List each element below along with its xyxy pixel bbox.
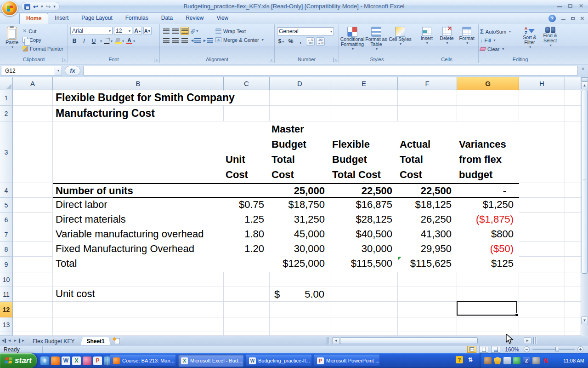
cell-A12[interactable] bbox=[13, 302, 53, 317]
conditional-formatting-button[interactable]: Conditional Formatting▾ bbox=[340, 25, 364, 56]
cell-C10[interactable] bbox=[224, 272, 270, 287]
zoom-slider[interactable] bbox=[532, 349, 575, 350]
cell-B8[interactable]: Fixed Manufacturing Overhead bbox=[53, 242, 224, 257]
internet-explorer-icon[interactable]: e bbox=[40, 356, 49, 365]
tab-split-handle[interactable] bbox=[327, 337, 330, 345]
increase-indent-button[interactable]: ► bbox=[202, 36, 214, 45]
clipboard-dialog-launcher[interactable]: ↘ bbox=[62, 58, 67, 62]
cell-A4[interactable] bbox=[13, 183, 53, 198]
column-header-G[interactable]: G bbox=[457, 77, 519, 90]
cell-A13[interactable] bbox=[13, 317, 53, 332]
alignment-dialog-launcher[interactable]: ↘ bbox=[269, 58, 273, 62]
cell-E9[interactable]: $115,500 bbox=[330, 257, 398, 272]
cell-A11[interactable] bbox=[13, 287, 53, 302]
row-header-11[interactable]: 11 bbox=[0, 287, 13, 302]
taskbar-window-course[interactable]: Course: BA 213: Man... bbox=[110, 355, 175, 367]
borders-button[interactable]: ▾ bbox=[103, 37, 113, 45]
column-header-F[interactable]: F bbox=[398, 77, 457, 90]
cell-B10[interactable] bbox=[53, 272, 224, 287]
cut-button[interactable]: ✕ Cut bbox=[23, 27, 66, 35]
cell-F8[interactable]: 29,950 bbox=[398, 242, 457, 257]
minimize-button[interactable] bbox=[557, 3, 562, 9]
excel-icon[interactable]: X bbox=[72, 356, 81, 365]
cell-A1[interactable] bbox=[13, 90, 53, 106]
cell-F3[interactable]: ActualTotalCost bbox=[398, 121, 457, 183]
formula-input[interactable] bbox=[83, 66, 578, 75]
vertical-split-handle[interactable] bbox=[581, 77, 588, 81]
cell-B13[interactable] bbox=[53, 317, 224, 332]
column-header-A[interactable]: A bbox=[13, 77, 53, 90]
cell-G10[interactable] bbox=[457, 272, 519, 287]
cell-styles-button[interactable]: Cell Styles▾ bbox=[388, 25, 412, 56]
cell-H7[interactable] bbox=[519, 227, 565, 242]
cell-E6[interactable]: $28,125 bbox=[330, 213, 398, 227]
align-center-button[interactable] bbox=[171, 36, 180, 45]
tray-arrows-icon[interactable]: ⇅ bbox=[467, 356, 474, 363]
cell-B9[interactable]: Total bbox=[53, 257, 224, 272]
cell-D4[interactable]: 25,000 bbox=[270, 183, 330, 198]
cell-E5[interactable]: $16,875 bbox=[330, 198, 398, 213]
delete-cells-button[interactable]: Delete▾ bbox=[437, 25, 457, 56]
cell-H3[interactable] bbox=[519, 121, 565, 183]
cell-F7[interactable]: 41,300 bbox=[398, 227, 457, 242]
cell-C12[interactable] bbox=[224, 302, 270, 317]
cell-E11[interactable] bbox=[330, 287, 398, 302]
powerpoint-icon[interactable]: P bbox=[93, 356, 102, 365]
cell-H13[interactable] bbox=[519, 317, 565, 332]
align-middle-button[interactable] bbox=[171, 27, 180, 35]
row-header-1[interactable]: 1 bbox=[0, 90, 13, 106]
cell-C4[interactable] bbox=[224, 183, 270, 198]
cell-G4[interactable]: - bbox=[457, 183, 519, 198]
help-icon[interactable]: ? bbox=[548, 15, 556, 22]
cell-F5[interactable]: $18,125 bbox=[398, 198, 457, 213]
cell-D12[interactable] bbox=[270, 302, 330, 317]
firefox-icon[interactable] bbox=[51, 356, 60, 365]
cell-H4[interactable] bbox=[519, 183, 565, 198]
cell-C6[interactable]: 1.25 bbox=[224, 213, 270, 227]
row-header-7[interactable]: 7 bbox=[0, 227, 13, 242]
next-sheet-icon[interactable]: ► bbox=[13, 338, 18, 344]
paste-button[interactable]: Paste ▾ bbox=[1, 25, 23, 55]
normal-view-button[interactable] bbox=[467, 346, 476, 353]
underline-button[interactable]: U bbox=[90, 37, 98, 45]
tray-icon-2[interactable] bbox=[503, 357, 511, 364]
cell-H2[interactable] bbox=[519, 106, 565, 121]
cell-H1[interactable] bbox=[519, 90, 565, 106]
row-header-6[interactable]: 6 bbox=[0, 213, 13, 227]
cell-D3[interactable]: MasterBudgetTotalCost bbox=[270, 121, 330, 183]
font-dialog-launcher[interactable]: ↘ bbox=[154, 58, 158, 62]
last-sheet-icon[interactable]: ▌► bbox=[19, 338, 24, 344]
cell-C9[interactable] bbox=[224, 257, 270, 272]
grow-font-button[interactable]: A▲ bbox=[134, 27, 142, 35]
vertical-scroll-thumb[interactable] bbox=[582, 90, 588, 274]
workbook-restore-button[interactable] bbox=[571, 16, 575, 21]
cell-E8[interactable]: 30,000 bbox=[330, 242, 398, 257]
sheet-tab-flex-budget-key[interactable]: Flex Budget KEY bbox=[27, 337, 80, 345]
workbook-minimize-button[interactable] bbox=[561, 16, 565, 21]
cell-D6[interactable]: 31,250 bbox=[270, 213, 330, 227]
cell-E1[interactable] bbox=[330, 90, 398, 106]
row-header-13[interactable]: 13 bbox=[0, 317, 13, 332]
name-box-dropdown-icon[interactable]: ▾ bbox=[55, 66, 62, 75]
cell-F13[interactable] bbox=[398, 317, 457, 332]
tray-icon-1[interactable] bbox=[484, 357, 492, 364]
cell-F2[interactable] bbox=[398, 106, 457, 121]
row-header-2[interactable]: 2 bbox=[0, 106, 13, 121]
cell-C7[interactable]: 1.80 bbox=[224, 227, 270, 242]
column-header-E[interactable]: E bbox=[330, 77, 398, 90]
office-button[interactable] bbox=[1, 0, 18, 16]
fill-color-button[interactable]: ▾ bbox=[114, 37, 124, 45]
font-name-combo[interactable]: Arial▾ bbox=[70, 27, 113, 35]
cell-G1[interactable] bbox=[457, 90, 519, 106]
zoom-slider-handle[interactable] bbox=[555, 347, 559, 351]
word-icon[interactable]: W bbox=[62, 356, 70, 365]
row-header-4[interactable]: 4 bbox=[0, 183, 13, 198]
cell-E2[interactable] bbox=[330, 106, 398, 121]
cell-B1[interactable]: Flexible Budget for Smith Company bbox=[53, 90, 224, 106]
sheet-tab-sheet1[interactable]: Sheet1 bbox=[80, 337, 110, 345]
page-layout-view-button[interactable] bbox=[479, 346, 488, 353]
row-header-12[interactable]: 12 bbox=[0, 302, 13, 317]
tray-icon-n[interactable]: N bbox=[542, 357, 549, 364]
cell-C13[interactable] bbox=[224, 317, 270, 332]
cell-E12[interactable] bbox=[330, 302, 398, 317]
